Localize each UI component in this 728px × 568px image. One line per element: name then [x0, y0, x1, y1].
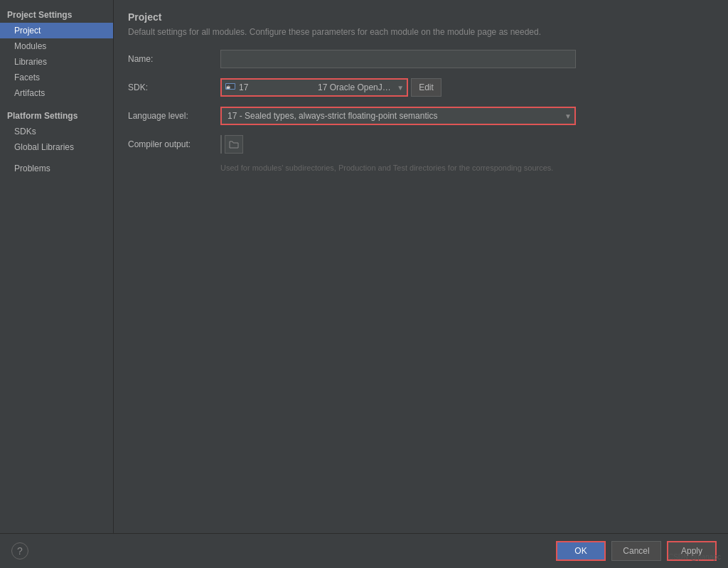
- sdk-icon: ☕: [222, 83, 236, 92]
- sidebar-item-facets[interactable]: Facets: [0, 70, 113, 85]
- compiler-output-input[interactable]: [220, 135, 222, 154]
- sdk-edit-button[interactable]: Edit: [411, 78, 441, 97]
- dialog-body: Project Settings Project Modules Librari…: [0, 0, 728, 533]
- sdk-dropdown[interactable]: ☕ 17 17 Oracle OpenJDK version 17.0.10 ▼: [220, 78, 408, 97]
- language-level-row: Language level: 17 - Sealed types, alway…: [128, 107, 714, 125]
- footer-left: ?: [11, 542, 550, 559]
- language-level-label: Language level:: [128, 111, 220, 121]
- page-title: Project: [128, 11, 714, 23]
- sidebar-item-libraries[interactable]: Libraries: [0, 54, 113, 70]
- main-content: Project Default settings for all modules…: [114, 0, 728, 533]
- compiler-controls: [220, 135, 243, 154]
- watermark: CSDN @panapc: [668, 553, 721, 561]
- name-control: demo-one: [220, 50, 576, 68]
- language-level-arrow-icon: ▼: [562, 112, 574, 120]
- ok-button[interactable]: OK: [556, 541, 606, 561]
- compiler-output-row: Compiler output:: [128, 135, 714, 154]
- name-input[interactable]: demo-one: [220, 50, 576, 68]
- platform-settings-section: Platform Settings: [0, 107, 113, 124]
- sdk-controls: ☕ 17 17 Oracle OpenJDK version 17.0.10 ▼…: [220, 78, 441, 97]
- sdk-dropdown-text: 17 Oracle OpenJDK version 17.0.10: [315, 82, 394, 92]
- sidebar-item-project[interactable]: Project: [0, 23, 113, 38]
- sidebar-item-artifacts[interactable]: Artifacts: [0, 85, 113, 101]
- sidebar-divider: [0, 101, 113, 107]
- help-button[interactable]: ?: [11, 542, 28, 559]
- page-description: Default settings for all modules. Config…: [128, 27, 714, 37]
- svg-text:☕: ☕: [226, 85, 231, 90]
- compiler-hint: Used for modules' subdirectories, Produc…: [220, 164, 714, 172]
- cancel-button[interactable]: Cancel: [611, 541, 661, 561]
- sidebar-item-modules[interactable]: Modules: [0, 38, 113, 54]
- sidebar-item-global-libraries[interactable]: Global Libraries: [0, 139, 113, 155]
- language-level-dropdown[interactable]: 17 - Sealed types, always-strict floatin…: [220, 107, 576, 125]
- sdk-label: SDK:: [128, 82, 220, 92]
- compiler-output-label: Compiler output:: [128, 139, 220, 149]
- project-settings-section: Project Settings: [0, 6, 113, 23]
- sdk-version-badge: 17: [236, 82, 315, 92]
- name-row: Name: demo-one: [128, 50, 714, 68]
- sdk-row: SDK: ☕ 17 17 Oracle OpenJDK version 17.0…: [128, 78, 714, 97]
- dialog-footer: ? OK Cancel Apply: [0, 533, 728, 568]
- language-level-value: 17 - Sealed types, always-strict floatin…: [222, 111, 562, 121]
- sdk-dropdown-arrow-icon: ▼: [394, 84, 407, 92]
- name-label: Name:: [128, 54, 220, 64]
- compiler-folder-button[interactable]: [225, 135, 243, 154]
- sidebar-item-sdks[interactable]: SDKs: [0, 124, 113, 139]
- project-structure-dialog: Project Settings Project Modules Librari…: [0, 0, 728, 568]
- sidebar: Project Settings Project Modules Librari…: [0, 0, 114, 533]
- sidebar-divider-2: [0, 155, 113, 161]
- sidebar-item-problems[interactable]: Problems: [0, 161, 113, 176]
